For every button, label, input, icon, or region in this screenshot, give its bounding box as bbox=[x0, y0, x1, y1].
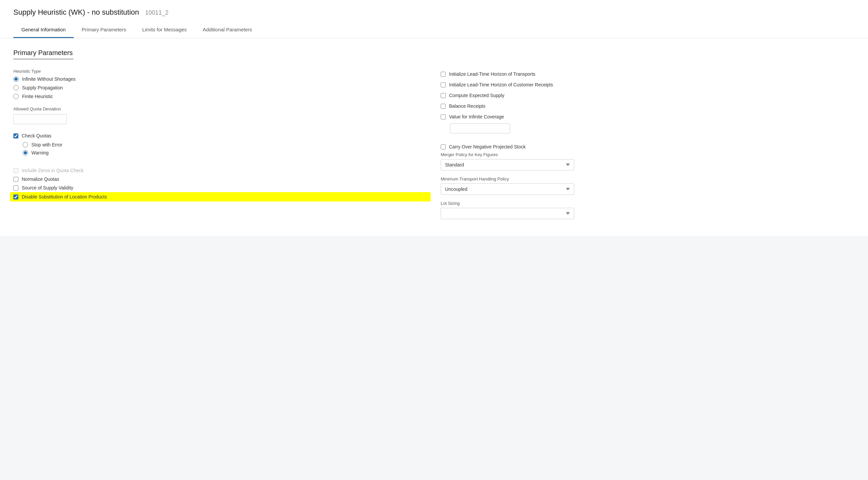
checkbox-init-customer[interactable]: Initialize Lead-Time Horizon of Customer… bbox=[441, 79, 855, 90]
checkbox-source-supply-input[interactable] bbox=[13, 185, 18, 191]
checkbox-value-infinite-label: Value for Infinite Coverage bbox=[449, 114, 504, 119]
merger-policy-label: Merger Policy for Key Figures bbox=[441, 152, 855, 157]
checkbox-source-supply[interactable]: Source of Supply Validity bbox=[13, 183, 427, 192]
checkbox-disable-substitution-input[interactable] bbox=[13, 195, 18, 200]
value-infinite-input-wrapper bbox=[450, 122, 855, 137]
radio-finite-label: Finite Heuristic bbox=[22, 94, 53, 99]
radio-stop-error-input[interactable] bbox=[23, 142, 28, 147]
checkbox-balance-receipts-label: Balance Receipts bbox=[449, 103, 486, 109]
merger-policy-group: Merger Policy for Key Figures Standard bbox=[441, 152, 855, 170]
checkbox-balance-receipts[interactable]: Balance Receipts bbox=[441, 101, 855, 111]
error-radio-group: Stop with Error Warning bbox=[23, 142, 427, 156]
radio-warning[interactable]: Warning bbox=[23, 150, 427, 156]
checkbox-init-transport-label: Initialize Lead-Time Horizon of Transpor… bbox=[449, 71, 535, 77]
page-title: Supply Heuristic (WK) - no substitution … bbox=[13, 8, 855, 17]
radio-warning-label: Warning bbox=[31, 150, 49, 156]
checkbox-disable-substitution-label: Disable Substitution of Location Product… bbox=[22, 194, 107, 200]
lot-sizing-group: Lot Sizing bbox=[441, 201, 855, 219]
checkbox-init-transport-input[interactable] bbox=[441, 72, 446, 77]
radio-finite[interactable]: Finite Heuristic bbox=[13, 94, 427, 99]
radio-supply[interactable]: Supply Propagation bbox=[13, 85, 427, 91]
record-id: 10011_2 bbox=[145, 9, 168, 16]
checkbox-source-supply-label: Source of Supply Validity bbox=[22, 185, 73, 191]
right-checkboxes-group: Initialize Lead-Time Horizon of Transpor… bbox=[441, 69, 855, 152]
lot-sizing-label: Lot Sizing bbox=[441, 201, 855, 206]
radio-infinite-label: Infinite Without Shortages bbox=[22, 76, 75, 82]
content-area: Primary Parameters Heuristic Type Infini… bbox=[0, 38, 868, 236]
checkbox-carry-over-label: Carry Over Negative Projected Stock bbox=[449, 144, 526, 149]
page-wrapper: Supply Heuristic (WK) - no substitution … bbox=[0, 0, 868, 480]
heuristic-type-label: Heuristic Type bbox=[13, 69, 427, 74]
tab-general[interactable]: General Information bbox=[13, 23, 74, 38]
checkbox-carry-over-input[interactable] bbox=[441, 144, 446, 149]
bottom-checkboxes-group: Include Zeros in Quota Check Normalize Q… bbox=[13, 166, 427, 202]
tab-limits[interactable]: Limits for Messages bbox=[134, 23, 195, 38]
radio-stop-error[interactable]: Stop with Error bbox=[23, 142, 427, 147]
checkbox-check-quotas-input[interactable] bbox=[13, 133, 18, 138]
checkbox-include-zeros-input[interactable] bbox=[13, 168, 18, 173]
checkbox-balance-receipts-input[interactable] bbox=[441, 104, 446, 109]
checkbox-include-zeros-label: Include Zeros in Quota Check bbox=[22, 168, 84, 173]
checkbox-include-zeros[interactable]: Include Zeros in Quota Check bbox=[13, 166, 427, 175]
header-section: Supply Heuristic (WK) - no substitution … bbox=[0, 0, 868, 38]
lot-sizing-select[interactable] bbox=[441, 208, 574, 219]
radio-finite-input[interactable] bbox=[13, 94, 19, 99]
checkbox-compute-supply[interactable]: Compute Expected Supply bbox=[441, 90, 855, 101]
radio-stop-error-label: Stop with Error bbox=[31, 142, 62, 147]
value-infinite-input[interactable] bbox=[450, 124, 510, 133]
section-divider bbox=[13, 59, 73, 59]
quota-deviation-label: Allowed Quota Deviation bbox=[13, 106, 427, 111]
left-column: Heuristic Type Infinite Without Shortage… bbox=[13, 69, 427, 225]
section-title: Primary Parameters bbox=[13, 49, 855, 57]
checkbox-normalize-quotas[interactable]: Normalize Quotas bbox=[13, 175, 427, 183]
radio-warning-input[interactable] bbox=[23, 150, 28, 156]
checkbox-check-quotas-label: Check Quotas bbox=[22, 133, 52, 138]
checkbox-init-customer-label: Initialize Lead-Time Horizon of Customer… bbox=[449, 82, 553, 88]
radio-infinite[interactable]: Infinite Without Shortages bbox=[13, 76, 427, 82]
heuristic-radio-group: Infinite Without Shortages Supply Propag… bbox=[13, 76, 427, 99]
radio-supply-input[interactable] bbox=[13, 85, 19, 91]
tabs-container: General Information Primary Parameters L… bbox=[13, 23, 855, 38]
title-text: Supply Heuristic (WK) - no substitution bbox=[13, 8, 139, 16]
checkbox-compute-supply-input[interactable] bbox=[441, 93, 446, 98]
checkbox-check-quotas[interactable]: Check Quotas bbox=[13, 131, 427, 140]
min-transport-group: Minimum Transport Handling Policy Uncoup… bbox=[441, 176, 855, 195]
checkbox-normalize-quotas-input[interactable] bbox=[13, 177, 18, 182]
quota-deviation-input[interactable]: 0.001 bbox=[13, 114, 67, 124]
radio-supply-label: Supply Propagation bbox=[22, 85, 63, 91]
radio-infinite-input[interactable] bbox=[13, 76, 19, 82]
check-quotas-group: Check Quotas Stop with Error Warning bbox=[13, 131, 427, 156]
checkbox-normalize-quotas-label: Normalize Quotas bbox=[22, 176, 59, 182]
checkbox-init-customer-input[interactable] bbox=[441, 82, 446, 88]
tab-additional[interactable]: Additional Parameters bbox=[195, 23, 260, 38]
right-column: Initialize Lead-Time Horizon of Transpor… bbox=[441, 69, 855, 225]
min-transport-label: Minimum Transport Handling Policy bbox=[441, 176, 855, 181]
tab-primary[interactable]: Primary Parameters bbox=[74, 23, 134, 38]
checkbox-value-infinite-input[interactable] bbox=[441, 114, 446, 119]
two-col-layout: Heuristic Type Infinite Without Shortage… bbox=[13, 69, 855, 225]
checkbox-compute-supply-label: Compute Expected Supply bbox=[449, 93, 504, 98]
merger-policy-select[interactable]: Standard bbox=[441, 159, 574, 170]
heuristic-type-group: Heuristic Type Infinite Without Shortage… bbox=[13, 69, 427, 99]
checkbox-value-infinite[interactable]: Value for Infinite Coverage bbox=[441, 111, 855, 122]
min-transport-select[interactable]: Uncoupled bbox=[441, 183, 574, 195]
quota-deviation-group: Allowed Quota Deviation 0.001 bbox=[13, 106, 427, 124]
checkbox-init-transport[interactable]: Initialize Lead-Time Horizon of Transpor… bbox=[441, 69, 855, 79]
checkbox-carry-over[interactable]: Carry Over Negative Projected Stock bbox=[441, 141, 855, 152]
checkbox-disable-substitution[interactable]: Disable Substitution of Location Product… bbox=[10, 192, 431, 202]
